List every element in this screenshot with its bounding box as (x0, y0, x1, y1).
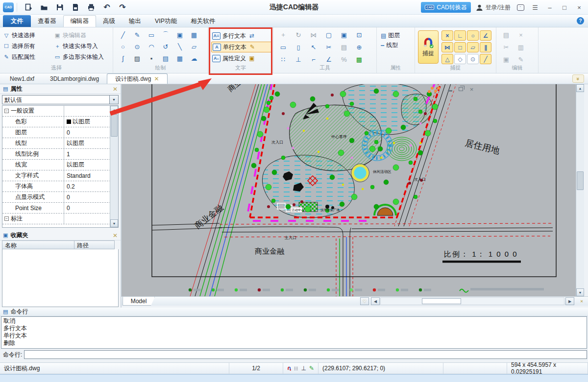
new-file-icon[interactable] (24, 3, 33, 12)
save-icon[interactable] (55, 3, 64, 12)
menu-tab-advanced[interactable]: 高级 (96, 15, 122, 27)
property-row-字体高[interactable]: 字体高0.2 (2, 181, 118, 192)
node-snap-icon[interactable]: ▱ (467, 42, 479, 52)
close-hpanel-icon[interactable]: ✕ (577, 297, 586, 305)
mdi-minimize-icon[interactable] (447, 86, 453, 92)
message-icon[interactable]: ˇ (515, 2, 525, 12)
polygon-icon[interactable]: ▱ (188, 42, 200, 51)
close-favorites-icon[interactable]: ✕ (113, 232, 118, 239)
revcloud-icon[interactable]: ☁ (188, 53, 200, 63)
tool-icon-15[interactable]: ∠ (323, 54, 335, 64)
cad-converter-button[interactable]: CAD CAD转换器 (421, 2, 470, 13)
tool-icon-9[interactable]: ✂ (323, 42, 335, 52)
command-history[interactable]: 取消多行文本单行文本删除 (1, 316, 587, 349)
hscroll-right-icon[interactable]: ▶ (565, 297, 574, 305)
tool-icon-7[interactable]: ▯ (293, 42, 304, 52)
region-icon[interactable]: ▦ (188, 30, 200, 40)
menu-tab-related[interactable]: 相关软件 (184, 15, 222, 27)
menu-tab-file[interactable]: 文件 (3, 15, 31, 27)
canvas-scroll-down-icon[interactable]: ▼ (576, 288, 584, 296)
intersection-snap-icon[interactable]: × (441, 30, 453, 41)
table-icon[interactable]: ▦ (174, 53, 186, 63)
print-icon[interactable] (87, 3, 96, 12)
delete-icon[interactable]: × (515, 30, 527, 40)
linetype-button[interactable]: ┅线型 (381, 41, 415, 49)
tool-icon-16[interactable]: % (338, 54, 350, 64)
select-tool-2[interactable]: ☐选择所有 (3, 41, 54, 51)
attribute-define-button[interactable]: A₊ 属性定义 ▣ (211, 53, 272, 64)
select-tool-5[interactable]: ▭多边形实体输入 (54, 51, 114, 62)
hscroll-left-icon[interactable]: ◀ (371, 297, 380, 305)
quadrant-snap-icon[interactable]: ◇ (454, 54, 466, 64)
canvas-horizontal-scrollbar[interactable] (380, 297, 564, 305)
close-button[interactable]: × (574, 2, 584, 12)
close-tab-icon[interactable]: ✕ (154, 75, 159, 82)
open-folder-icon[interactable] (40, 3, 49, 12)
collapse-icon[interactable]: − (4, 216, 9, 221)
line-icon[interactable]: ╱ (117, 30, 129, 40)
scroll-thumb[interactable] (111, 114, 118, 137)
menu-tab-editor[interactable]: 编辑器 (63, 15, 97, 27)
select-tool-4[interactable]: ✎匹配属性 (3, 51, 54, 62)
tangent-snap-icon[interactable]: ⊙ (467, 54, 479, 64)
note-edit-icon[interactable]: ▣ (248, 55, 256, 62)
point-icon[interactable]: ▪ (146, 53, 157, 63)
ray-icon[interactable]: ╲ (174, 42, 186, 51)
doc-tab-0[interactable]: New1.dxf (2, 73, 42, 84)
tab-overflow-chevron-icon[interactable]: » (572, 74, 584, 83)
property-section-0[interactable]: −一般设置 (2, 106, 118, 117)
copy-icon[interactable]: ▣ (500, 54, 512, 64)
tool-icon-11[interactable]: ⊕ (353, 42, 365, 52)
parallel-snap-icon[interactable]: ∥ (480, 42, 491, 52)
hscroll-thumb[interactable] (422, 298, 461, 304)
menu-hamburger-icon[interactable]: ☰ (530, 2, 540, 12)
property-row-线型[interactable]: 线型以图层 (2, 138, 118, 149)
maximize-button[interactable]: □ (560, 2, 569, 12)
select-tool-0[interactable]: ▽快速选择 (3, 30, 54, 41)
layers-button[interactable]: ▤图层 (381, 31, 415, 40)
text-edit-icon[interactable]: ✎ (248, 44, 256, 50)
tool-icon-17[interactable]: ▩ (353, 54, 365, 64)
midpoint-snap-icon[interactable]: ⋈ (441, 42, 453, 52)
singleline-text-button[interactable]: A 单行文本 ✎ (211, 42, 272, 52)
image-icon[interactable]: ▤ (160, 53, 172, 63)
sketch-icon[interactable]: ✎ (131, 30, 143, 40)
doc-tab-1[interactable]: 3DLamborgini.dwg (42, 73, 107, 84)
rectangle-icon[interactable]: ▭ (146, 30, 157, 40)
dropdown-arrow-icon[interactable]: ▼ (110, 95, 119, 104)
property-row-文字样式[interactable]: 文字样式Standard (2, 170, 118, 181)
paste-special-icon[interactable]: ▥ (515, 42, 527, 52)
model-tab[interactable]: Model (122, 297, 155, 306)
favorites-list[interactable] (2, 249, 119, 307)
mdi-close-icon[interactable]: × (468, 86, 475, 92)
tool-icon-13[interactable]: ⊥ (293, 54, 304, 64)
bookmark-button[interactable]: ♡ (360, 297, 369, 305)
export-pdf-icon[interactable] (71, 3, 80, 12)
scroll-up-icon[interactable]: ▲ (110, 106, 118, 114)
property-row-色彩[interactable]: 色彩以图层 (2, 117, 118, 127)
paste-icon[interactable]: ▤ (500, 30, 512, 40)
endpoint-snap-icon[interactable]: □ (454, 42, 466, 52)
scroll-down-icon[interactable]: ▼ (110, 219, 118, 227)
property-row-Point Size[interactable]: Point Size0 (2, 203, 118, 214)
tool-icon-6[interactable]: ▭ (277, 42, 289, 52)
snap-toggle-button[interactable]: 捕捉 (418, 30, 439, 64)
block-icon[interactable]: ▣ (174, 30, 186, 40)
minimize-button[interactable]: – (545, 2, 555, 12)
insert-snap-icon[interactable]: △ (441, 54, 453, 64)
property-row-线型比例[interactable]: 线型比例1 (2, 149, 118, 160)
collapse-icon[interactable]: − (4, 109, 9, 113)
tool-icon-10[interactable]: ▤ (338, 42, 350, 52)
property-row-线宽[interactable]: 线宽以图层 (2, 160, 118, 170)
arc-polyline-icon[interactable]: ⌒ (160, 30, 172, 40)
nearest-snap-icon[interactable]: ╱ (480, 54, 491, 64)
canvas-scroll-thumb[interactable] (577, 171, 584, 190)
tool-icon-5[interactable]: ⊡ (353, 30, 365, 40)
circle-icon[interactable]: ○ (117, 42, 129, 51)
property-row-图层[interactable]: 图层0 (2, 127, 118, 138)
status-magnet-icon[interactable] (287, 365, 291, 372)
edit-icon[interactable]: ✎ (515, 54, 527, 64)
doc-tab-2[interactable]: 设计图稿.dwg✕ (107, 73, 167, 84)
arc-icon[interactable]: ◠ (146, 42, 157, 51)
mdi-restore-icon[interactable] (458, 86, 464, 92)
